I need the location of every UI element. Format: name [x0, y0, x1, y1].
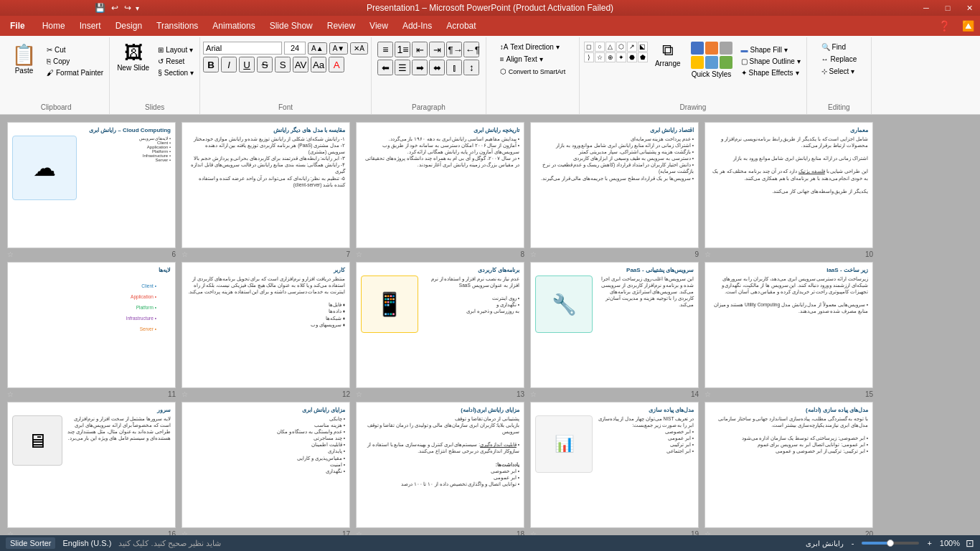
quick-style-btn[interactable]	[720, 42, 732, 55]
acrobat-menu[interactable]: Acrobat	[439, 16, 483, 36]
slide-thumb-16[interactable]: سرور لایه سرورها مشتمل از سخت افزار و نر…	[7, 402, 176, 528]
slide-star-15[interactable]: ☆	[705, 390, 711, 398]
slide-sorter-view-button[interactable]: Slide Sorter	[6, 537, 55, 549]
insert-menu[interactable]: Insert	[72, 16, 108, 36]
view-menu[interactable]: View	[362, 16, 395, 36]
quick-style-btn[interactable]	[720, 56, 732, 69]
slide-star-13[interactable]: ☆	[356, 390, 362, 398]
quick-style-btn[interactable]	[691, 42, 704, 55]
bullets-button[interactable]: ≡	[377, 42, 393, 57]
text-direction-button[interactable]: ↕A Text Direction ▾	[497, 42, 569, 52]
slide-star-9[interactable]: ☆	[530, 250, 537, 258]
animations-menu[interactable]: Animations	[205, 16, 262, 36]
slide-thumb-14[interactable]: سرویس‌های پشتیبانی - PaaS این سرویس‌ها ا…	[530, 262, 699, 388]
numbering-button[interactable]: 1≡	[395, 42, 410, 57]
select-button[interactable]: ⊹ Select ▾	[819, 66, 860, 77]
undo-icon[interactable]: ↩	[110, 3, 120, 13]
section-button[interactable]: § Section▾	[155, 67, 197, 78]
quick-style-btn[interactable]	[705, 42, 718, 55]
slide-star-10[interactable]: ☆	[705, 250, 711, 258]
align-center-button[interactable]: ☰	[395, 60, 410, 75]
shadow-button[interactable]: S	[275, 57, 291, 72]
shape-cell[interactable]: ⬟	[638, 52, 648, 62]
font-spacing-button[interactable]: AV	[293, 57, 308, 72]
shape-fill-button[interactable]: ▬ Shape Fill ▾	[738, 44, 804, 55]
minimize-button[interactable]: ─	[915, 0, 937, 16]
layout-button[interactable]: ⊞ Layout▾	[155, 44, 197, 55]
slide-star-7[interactable]: ☆	[182, 250, 188, 258]
slide-star-14[interactable]: ☆	[530, 390, 537, 398]
italic-button[interactable]: I	[221, 57, 237, 72]
slide-thumb-15[interactable]: زیر ساخت - IaaS زیرساخت ارائه دسترسی سرو…	[705, 262, 873, 388]
paste-button[interactable]: 📋 Paste	[7, 40, 41, 77]
home-menu[interactable]: Home	[35, 16, 72, 36]
cut-button[interactable]: ✂ Cut	[44, 44, 106, 55]
help-icon[interactable]: ❓	[933, 20, 956, 32]
arrange-button[interactable]: ⧉ Arrange	[651, 39, 685, 70]
justify-button[interactable]: ⬌	[429, 60, 445, 75]
slide-star-6[interactable]: ☆	[7, 250, 14, 258]
quick-style-btn[interactable]	[705, 56, 718, 69]
underline-button[interactable]: U	[239, 57, 255, 72]
shape-cell[interactable]: ☆	[595, 52, 605, 62]
accessibility-link[interactable]: شاید نظیر صحیح کنید. کلیک کنید	[118, 539, 220, 548]
convert-smartart-button[interactable]: ⬡ Convert to SmartArt	[497, 66, 569, 77]
copy-button[interactable]: ⎘ Copy	[44, 56, 106, 67]
new-slide-button[interactable]: 🖼 New Slide	[113, 39, 154, 75]
slide-star-11[interactable]: ☆	[7, 390, 14, 398]
shape-cell[interactable]: ↗	[627, 42, 637, 52]
slide-thumb-11[interactable]: لایه‌ها • Client • Application • Platfor…	[7, 262, 176, 388]
slide-star-17[interactable]: ☆	[182, 530, 188, 535]
decrease-indent-button[interactable]: ⇤	[412, 42, 428, 57]
increase-font-button[interactable]: A▲	[308, 42, 327, 55]
shape-cell[interactable]: ⬕	[638, 42, 648, 52]
design-menu[interactable]: Design	[108, 16, 149, 36]
customize-qat-icon[interactable]: ▾	[136, 4, 139, 12]
addins-menu[interactable]: Add-Ins	[395, 16, 439, 36]
slide-star-16[interactable]: ☆	[7, 530, 14, 535]
reset-button[interactable]: ↺ Reset	[155, 56, 197, 67]
font-size-input[interactable]	[284, 42, 306, 55]
slide-star-18[interactable]: ☆	[356, 530, 362, 535]
shape-cell[interactable]: ◻	[584, 42, 594, 52]
shape-cell[interactable]: ○	[595, 42, 605, 52]
align-right-button[interactable]: ➡	[412, 60, 428, 75]
shape-cell[interactable]: △	[606, 42, 616, 52]
slide-thumb-7[interactable]: مقایسه با مدل های دیگر رایانش ۱- رایانش …	[182, 122, 350, 248]
shape-cell[interactable]: ⬣	[627, 52, 637, 62]
slide-thumb-13[interactable]: برنامه‌های کاربردی عدم نیاز به نصب نرم ا…	[356, 262, 524, 388]
clear-format-button[interactable]: ✕A	[350, 42, 368, 55]
review-menu[interactable]: Review	[320, 16, 362, 36]
bold-button[interactable]: B	[203, 57, 219, 72]
slide-thumb-10[interactable]: معماری شامل اجزایی است که با یکدیگر از ط…	[705, 122, 873, 248]
slide-star-19[interactable]: ☆	[530, 530, 537, 535]
slide-star-20[interactable]: ☆	[705, 530, 711, 535]
shape-cell[interactable]: ⬡	[616, 42, 626, 52]
slide-thumb-20[interactable]: مدل‌های پیاده سازی (ادامه) با توجه به گس…	[705, 402, 873, 528]
zoom-in-button[interactable]: +	[925, 539, 933, 547]
file-menu[interactable]: File	[0, 16, 35, 36]
collapse-ribbon-icon[interactable]: 🔼	[956, 20, 980, 32]
font-color-button[interactable]: A	[329, 57, 344, 72]
slide-thumb-6[interactable]: Cloud Computing – رایانش ابری • لایه‌های…	[7, 122, 176, 248]
align-text-button[interactable]: ≡ Align Text ▾	[497, 54, 569, 65]
maximize-button[interactable]: □	[937, 0, 958, 16]
slide-star-12[interactable]: ☆	[182, 390, 188, 398]
shape-cell[interactable]: ⊕	[606, 52, 616, 62]
quick-style-btn[interactable]	[691, 56, 704, 69]
slides-sorter[interactable]: Cloud Computing – رایانش ابری • لایه‌های…	[0, 115, 980, 535]
shape-cell[interactable]: ✦	[616, 52, 626, 62]
strikethrough-button[interactable]: S	[257, 57, 273, 72]
format-painter-button[interactable]: 🖌 Format Painter	[44, 67, 106, 78]
shape-cell[interactable]: ⟩	[584, 52, 594, 62]
redo-icon[interactable]: ↪	[123, 3, 133, 13]
close-button[interactable]: ✕	[958, 0, 980, 16]
col-button[interactable]: ⫿	[446, 60, 462, 75]
ltr-button[interactable]: ←¶	[463, 42, 479, 57]
slide-star-8[interactable]: ☆	[356, 250, 362, 258]
save-icon[interactable]: 💾	[93, 3, 107, 13]
slide-thumb-18[interactable]: مزایای رایانش ابری(ادامه) پشتیبانی از در…	[356, 402, 524, 528]
transitions-menu[interactable]: Transitions	[149, 16, 205, 36]
fit-window-button[interactable]: ⊡	[966, 537, 974, 549]
font-name-input[interactable]	[203, 42, 282, 55]
